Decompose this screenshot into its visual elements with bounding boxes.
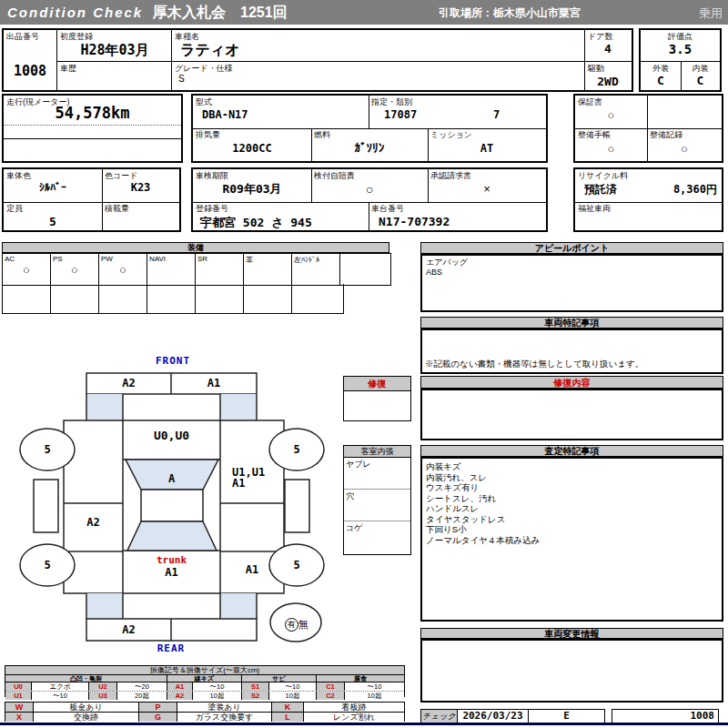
model-code-box: 型式 DBA-N17 指定・類別 17087 7 排気量 1200CC 燃料 ｶ… — [191, 94, 548, 163]
cabin-row-hole: 穴 — [344, 490, 410, 521]
assessment-line: ハンドルスレ — [426, 503, 718, 514]
assessment-body: 内装キズ 内装汚れ、スレ ウスキズ有り シートスレ、汚れ ハンドルスレ タイヤス… — [420, 457, 723, 622]
lot-number: 1008 — [4, 63, 56, 79]
repair-mini-header: 修復 — [343, 376, 411, 391]
legend-value: 〜20 — [117, 682, 167, 691]
legend-code: K — [272, 703, 304, 712]
rear-label: REAR — [126, 642, 217, 654]
legend-value: 塗装あり — [177, 703, 272, 712]
assessment-line: ウスキズ有り — [426, 482, 718, 493]
registration-number: 宇都宮 502 さ 945 — [200, 215, 312, 231]
special-note-text: ※記載のない書類・機器等は無しとして取り扱います。 — [425, 359, 643, 370]
approval-label: 承認請求書 — [430, 171, 471, 180]
legend-code: G — [139, 713, 177, 722]
change-info-body — [420, 639, 723, 703]
type-class-label: 指定・類別 — [371, 97, 412, 106]
appeal-line: ABS — [422, 268, 722, 278]
score-label: 評価点 — [641, 32, 720, 41]
recycle-label: リサイクル料 — [578, 171, 628, 180]
score-value: 3.5 — [641, 42, 720, 56]
class-number: 7 — [493, 108, 500, 121]
first-registration: H28年03月 — [58, 42, 171, 59]
mark-left-door: A2 — [64, 516, 123, 529]
capacity-value: 5 — [4, 215, 102, 228]
equipment-empty-cell — [3, 284, 51, 313]
model-code-label: 型式 — [196, 97, 212, 106]
equipment-row-marks: AC○ PS○ PW○ NAVI SR 革 左ﾊﾝﾄﾞﾙ — [2, 253, 391, 286]
equipment-empty-cell — [147, 284, 196, 313]
change-info-title: 車両変更情報 — [420, 628, 723, 639]
chassis-number: N17-707392 — [379, 215, 450, 228]
warranty-box: 保証書 ○ 整備手帳 ○ 整備記録 ○ — [573, 94, 723, 163]
legend-value: レンズ割れ — [304, 713, 404, 722]
equipment-empty-cell — [244, 284, 292, 313]
repair-mini-body — [343, 391, 411, 421]
body-color-label: 車体色 — [6, 171, 31, 180]
body-color: ｼﾙﾊﾞｰ — [4, 181, 102, 194]
equipment-title-bar: 装備 — [2, 242, 389, 253]
doors-label: ドア数 — [588, 32, 612, 41]
check-lot-number: 1008 — [612, 709, 719, 723]
equipment-empty-cell — [99, 284, 147, 313]
mark-front-bumper-left: A2 — [86, 377, 171, 389]
mark-right-front-2: A1 — [232, 477, 268, 490]
special-notes-body: ※記載のない書類・機器等は無しとして取り扱います。 — [420, 329, 723, 374]
displacement-label: 排気量 — [196, 130, 220, 139]
main-info-box: 出品番号 1008 初度登録 H28年03月 車歴 車種名 ラティオ グレード・… — [2, 28, 633, 92]
transmission-value: AT — [428, 142, 546, 155]
legend-group: 凸凹・亀裂 — [5, 675, 167, 682]
insurance-mark: ○ — [311, 182, 428, 197]
lot-number-label: 出品番号 — [6, 32, 39, 41]
equipment-cell: 革 — [244, 254, 292, 285]
transmission-label: ミッション — [430, 130, 472, 139]
exterior-grade: C — [641, 74, 681, 87]
drive-value: 2WD — [584, 75, 632, 88]
legend-code: A2 — [167, 692, 193, 700]
special-notes-title: 車両特記事項 — [420, 317, 723, 329]
model-name-label: 車種名 — [175, 32, 199, 41]
tire-depth-front-right: 5 — [269, 443, 324, 456]
tire-depth-rear-right: 5 — [269, 559, 324, 571]
legend-code: U3 — [89, 692, 117, 700]
legend-value: 〜10 — [345, 682, 404, 691]
cabin-row-burn: コゲ — [344, 521, 410, 554]
legend-group: 線キズ — [167, 675, 242, 682]
mark-windshield: A — [123, 472, 220, 485]
legend-value: 10超 — [345, 692, 404, 700]
equipment-cell: 左ﾊﾝﾄﾞﾙ — [292, 254, 340, 285]
bottom-rule — [0, 723, 728, 725]
legend-value: 交換跡 — [34, 713, 139, 722]
equipment-cell: SR — [196, 254, 244, 285]
damage-legend: 損傷記号＆損傷サイズ(〜最大cm) 凸凹・亀裂 線キズ サビ 腐食 U0 エクボ… — [5, 665, 405, 697]
equipment-label: PW — [101, 255, 113, 263]
tire-depth-front-left: 5 — [20, 443, 75, 456]
type-number: 17087 — [384, 108, 417, 121]
maintenance-record-mark: ○ — [647, 142, 722, 156]
color-capacity-box: 車体色 ｼﾙﾊﾞｰ 色コード K23 定員 5 積載量 — [2, 167, 181, 232]
warranty-label: 保証書 — [578, 97, 602, 106]
mark-hood: U0,U0 — [123, 429, 220, 442]
equipment-empty-cell — [292, 284, 341, 313]
equipment-mark: ○ — [3, 263, 50, 277]
grade-value: S — [178, 74, 185, 84]
inspection-date: R09年03月 — [193, 181, 311, 197]
legend-value: 看板跡 — [304, 703, 404, 712]
repair-detail-title: 修復内容 — [420, 376, 723, 389]
equipment-cell — [340, 254, 387, 285]
equipment-label: SR — [197, 255, 207, 263]
recycle-fee: 8,360円 — [639, 182, 717, 197]
legend-code: S1 — [242, 682, 269, 691]
mark-front-bumper-right: A1 — [171, 377, 257, 389]
equipment-empty-cell — [196, 284, 244, 313]
spare-yes-circled: 有 — [285, 618, 298, 632]
check-date: 2026/03/23 — [458, 709, 529, 723]
fuel-label: 燃料 — [314, 130, 330, 139]
mileage-value: 54,578km — [4, 104, 181, 122]
maintenance-book-label: 整備手帳 — [578, 130, 611, 139]
interior-grade: C — [681, 74, 720, 87]
usage-type: 乗用 — [699, 5, 723, 22]
doors-value: 4 — [584, 42, 632, 56]
repair-detail-body — [420, 389, 723, 440]
legend-value: 〜10 — [32, 692, 89, 700]
first-registration-label: 初度登録 — [60, 32, 93, 41]
